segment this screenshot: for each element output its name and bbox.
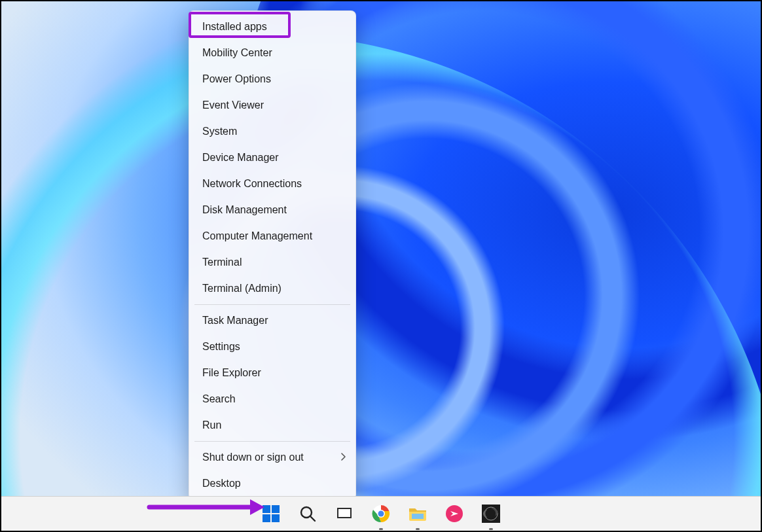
menu-item-file-explorer[interactable]: File Explorer [189, 360, 355, 386]
windows-logo-icon [262, 505, 280, 523]
svg-rect-11 [412, 514, 424, 519]
svg-rect-1 [272, 505, 280, 513]
menu-item-computer-management[interactable]: Computer Management [189, 223, 355, 249]
winx-context-menu: Installed apps Mobility Center Power Opt… [189, 10, 356, 500]
search-icon [299, 505, 316, 522]
svg-line-5 [310, 516, 315, 521]
taskbar-app-file-explorer[interactable] [407, 503, 428, 524]
menu-item-shut-down-or-sign-out[interactable]: Shut down or sign out [189, 444, 355, 470]
menu-item-search[interactable]: Search [189, 386, 355, 412]
menu-item-terminal[interactable]: Terminal [189, 249, 355, 275]
taskbar-app-obs[interactable] [481, 503, 501, 524]
menu-item-disk-management[interactable]: Disk Management [189, 197, 355, 223]
pink-app-icon [445, 505, 463, 523]
chevron-right-icon [341, 450, 346, 465]
menu-item-mobility-center[interactable]: Mobility Center [189, 40, 355, 66]
menu-item-label: Shut down or sign out [202, 452, 304, 463]
obs-icon [482, 505, 500, 523]
menu-item-network-connections[interactable]: Network Connections [189, 171, 355, 197]
taskbar-app-pink[interactable] [444, 503, 465, 524]
menu-item-installed-apps[interactable]: Installed apps [189, 14, 355, 40]
chrome-icon [372, 505, 390, 523]
taskbar-search-button[interactable] [297, 503, 318, 524]
menu-item-power-options[interactable]: Power Options [189, 66, 355, 92]
taskbar [1, 496, 761, 531]
svg-rect-3 [272, 514, 280, 522]
menu-separator [194, 441, 350, 442]
menu-item-system[interactable]: System [189, 118, 355, 145]
menu-item-event-viewer[interactable]: Event Viewer [189, 92, 355, 118]
svg-marker-16 [250, 499, 264, 515]
menu-item-task-manager[interactable]: Task Manager [189, 308, 355, 334]
menu-item-settings[interactable]: Settings [189, 334, 355, 360]
svg-rect-7 [338, 509, 350, 517]
taskbar-app-chrome[interactable] [371, 503, 391, 524]
menu-item-run[interactable]: Run [189, 412, 355, 438]
folder-icon [408, 505, 427, 522]
annotation-arrow [147, 497, 264, 520]
taskbar-task-view-button[interactable] [334, 503, 355, 524]
menu-item-device-manager[interactable]: Device Manager [189, 145, 355, 171]
task-view-icon [336, 505, 353, 522]
desktop-wallpaper [1, 1, 761, 531]
menu-separator [194, 304, 350, 305]
svg-point-10 [378, 511, 384, 517]
menu-item-terminal-admin[interactable]: Terminal (Admin) [189, 275, 355, 302]
menu-item-desktop[interactable]: Desktop [189, 470, 355, 497]
